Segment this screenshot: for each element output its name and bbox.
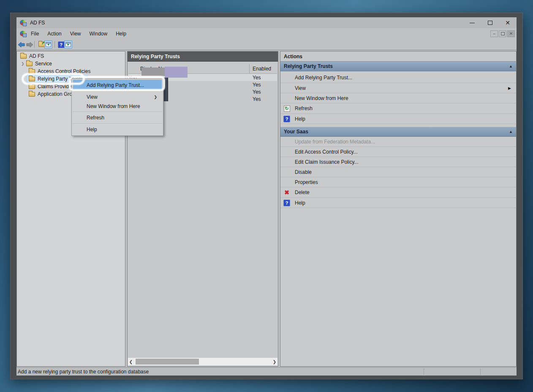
context-menu-add-relying-party-trust[interactable]: Add Relying Party Trust... — [73, 80, 162, 90]
context-menu-help[interactable]: Help — [72, 124, 163, 135]
action-pane-icon: ► — [65, 42, 71, 47]
expander-chevron-icon[interactable]: ❯ — [21, 62, 25, 66]
maximize-icon — [488, 21, 492, 25]
back-button[interactable] — [18, 41, 25, 49]
console-tree-toggle-frame: ◄ — [44, 41, 52, 49]
desktop-background: AD FS ✕ File Action View Window Help – ✕ — [0, 0, 533, 392]
action-edit-claim-issuance-policy[interactable]: Edit Claim Issuance Policy... — [280, 157, 516, 167]
forward-arrow-icon — [26, 42, 33, 47]
action-add-relying-party-trust[interactable]: Add Relying Party Trust... — [280, 73, 516, 83]
action-update-from-federation-metadata: Update from Federation Metadata... — [280, 137, 516, 147]
delete-icon: ✖ — [283, 189, 290, 196]
redaction-block-gray — [141, 68, 165, 76]
adfs-console-window: AD FS ✕ File Action View Window Help – ✕ — [10, 13, 523, 379]
minimize-button[interactable] — [463, 17, 481, 28]
actions-section-relying-party-trusts[interactable]: Relying Party Trusts ▲ — [280, 62, 516, 71]
window-title: AD FS — [30, 20, 45, 26]
menu-bar: File Action View Window Help – ✕ — [16, 28, 517, 39]
action-disable[interactable]: Disable — [280, 167, 516, 177]
submenu-arrow-icon: ❯ — [154, 95, 157, 99]
action-refresh[interactable]: ↻ Refresh — [280, 103, 516, 114]
toolbar: ➚ ◄ ? ► — [16, 39, 517, 50]
action-edit-access-control-policy[interactable]: Edit Access Control Policy... — [280, 147, 516, 157]
collapse-arrow-icon[interactable]: ▲ — [509, 64, 513, 68]
column-header-enabled[interactable]: Enabled — [253, 64, 271, 73]
context-menu-new-window-from-here[interactable]: New Window from Here — [72, 102, 163, 111]
table-row-enabled-value[interactable]: Yes — [253, 95, 261, 103]
column-divider[interactable] — [249, 64, 250, 73]
table-row-enabled-value[interactable]: Yes — [253, 88, 261, 95]
folder-icon — [29, 92, 35, 97]
folder-icon — [26, 62, 33, 66]
minimize-icon — [470, 23, 475, 23]
toolbar-separator — [34, 41, 35, 48]
show-action-pane-button[interactable]: ► — [64, 41, 72, 49]
action-new-window-from-here[interactable]: New Window from Here — [280, 93, 516, 103]
menu-separator — [73, 111, 162, 112]
menu-window[interactable]: Window — [85, 28, 112, 39]
help-icon: ? — [283, 200, 290, 206]
table-row-enabled-value[interactable]: Yes — [253, 74, 261, 81]
toolbar-separator — [54, 41, 55, 48]
adfs-grid-icon — [23, 33, 27, 37]
actions-pane: Actions Relying Party Trusts ▲ Add Relyi… — [280, 51, 517, 367]
tree-item-access-control-policies[interactable]: Access Control Policies — [29, 68, 90, 75]
adfs-grid-icon — [23, 22, 27, 26]
context-menu-refresh[interactable]: Refresh — [72, 113, 163, 123]
show-console-tree-button[interactable]: ◄ — [44, 41, 52, 49]
status-bar-separator — [424, 368, 424, 375]
scroll-right-arrow-icon[interactable]: ❯ — [272, 360, 277, 364]
status-bar: Add a new relying party trust to the con… — [16, 367, 517, 376]
menu-separator — [73, 91, 162, 92]
tree-item-service[interactable]: ❯ Service — [21, 60, 52, 68]
action-view[interactable]: View ▶ — [280, 83, 516, 93]
help-icon: ? — [58, 41, 65, 48]
section-title: Relying Party Trusts — [284, 63, 333, 69]
mdi-close-button[interactable]: ✕ — [507, 30, 515, 37]
action-pane-toggle-frame: ► — [64, 41, 72, 49]
mdi-restore-icon — [501, 32, 505, 35]
forward-button[interactable] — [26, 41, 33, 49]
status-bar-separator — [480, 368, 481, 375]
menu-help[interactable]: Help — [111, 28, 131, 39]
horizontal-scrollbar[interactable]: ❮ ❯ — [128, 358, 277, 365]
context-menu: Add Relying Party Trust... View ❯ New Wi… — [71, 78, 163, 136]
menu-separator — [73, 123, 162, 124]
folder-icon — [20, 54, 27, 59]
close-button[interactable]: ✕ — [499, 17, 517, 28]
mdi-window-controls: – ✕ — [490, 30, 515, 37]
action-help-your-saas[interactable]: ? Help — [280, 198, 516, 208]
action-help[interactable]: ? Help — [280, 114, 516, 124]
scrollbar-thumb[interactable] — [136, 359, 199, 365]
adfs-app-icon-small — [20, 30, 27, 37]
folder-icon — [29, 77, 35, 81]
action-delete[interactable]: ✖ Delete — [280, 187, 516, 198]
context-menu-view[interactable]: View ❯ — [72, 92, 163, 102]
submenu-arrow-icon: ▶ — [508, 86, 511, 90]
menu-view[interactable]: View — [66, 28, 85, 39]
menu-action[interactable]: Action — [43, 28, 65, 39]
export-folder-icon: ➚ — [38, 42, 45, 47]
collapse-arrow-icon[interactable]: ▲ — [509, 130, 513, 134]
mdi-minimize-button[interactable]: – — [490, 30, 498, 37]
scroll-left-arrow-icon[interactable]: ❮ — [128, 360, 134, 364]
list-pane-title: Relying Party Trusts — [128, 51, 278, 62]
folder-icon — [29, 84, 35, 89]
table-row-enabled-value[interactable]: Yes — [253, 81, 261, 88]
action-properties[interactable]: Properties — [280, 177, 516, 187]
window-controls: ✕ — [463, 17, 517, 28]
status-text: Add a new relying party trust to the con… — [18, 369, 149, 375]
help-icon: ? — [283, 116, 290, 122]
tree-item-adfs-root[interactable]: AD FS — [20, 52, 44, 60]
maximize-button[interactable] — [481, 17, 499, 28]
redaction-stripes — [164, 78, 168, 101]
toolbar-help-button[interactable]: ? — [57, 41, 65, 49]
actions-section-your-saas[interactable]: Your Saas ▲ — [280, 127, 516, 137]
title-bar[interactable]: AD FS ✕ — [16, 17, 517, 28]
section-title: Your Saas — [284, 129, 308, 135]
adfs-app-icon — [20, 19, 27, 26]
close-icon: ✕ — [505, 19, 510, 26]
menu-file[interactable]: File — [27, 28, 43, 39]
console-tree-icon: ◄ — [46, 42, 51, 47]
mdi-restore-button[interactable] — [499, 30, 506, 37]
